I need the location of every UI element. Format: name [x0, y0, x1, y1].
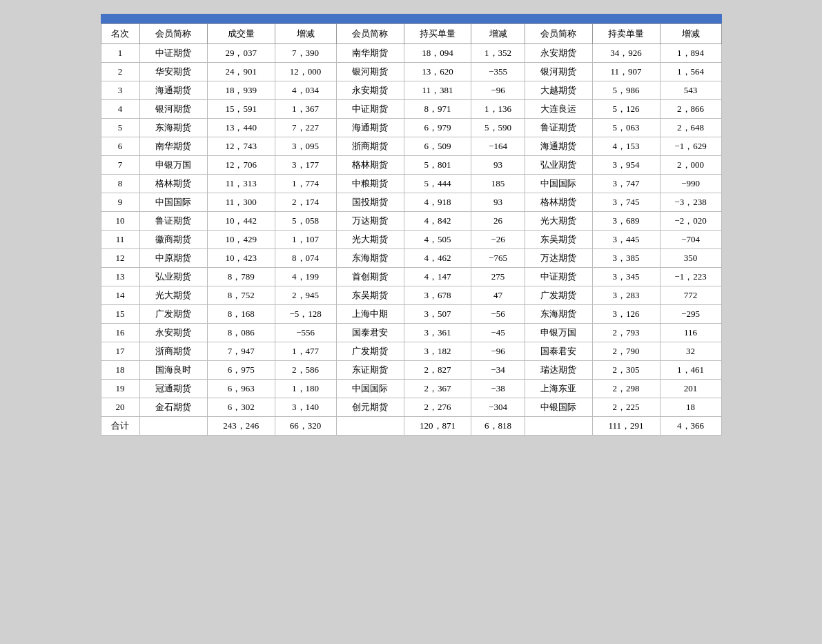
- table-cell: 10: [101, 212, 139, 231]
- table-cell: 东海期货: [139, 119, 207, 137]
- table-cell: 中证期货: [525, 268, 592, 286]
- table-cell: 8，168: [207, 305, 275, 324]
- table-row: 9中国国际11，3002，174国投期货4，91893格林期货3，745−3，2…: [101, 193, 721, 212]
- table-row: 6南华期货12，7433，095浙商期货6，509−164海通期货4，153−1…: [101, 137, 721, 156]
- table-cell: 华安期货: [139, 63, 207, 81]
- table-cell: 11，300: [207, 193, 275, 212]
- table-cell: 3，747: [592, 175, 660, 193]
- table-cell: 2，945: [275, 286, 336, 305]
- table-cell: 中国国际: [525, 175, 592, 193]
- table-cell: −38: [471, 380, 525, 398]
- table-cell: 4，147: [404, 268, 471, 286]
- table-cell: 鲁证期货: [525, 119, 592, 137]
- table-cell: 3，361: [404, 324, 471, 342]
- table-cell: 12: [101, 249, 139, 268]
- table-cell: 12，706: [207, 156, 275, 175]
- summary-cell: 243，246: [207, 417, 275, 436]
- table-cell: 永安期货: [525, 44, 592, 63]
- table-cell: 3，507: [404, 305, 471, 324]
- table-cell: −704: [660, 231, 721, 249]
- table-cell: 11，907: [592, 63, 660, 81]
- table-cell: 5，063: [592, 119, 660, 137]
- table-cell: 4，199: [275, 268, 336, 286]
- table-cell: 4，153: [592, 137, 660, 156]
- table-cell: 冠通期货: [139, 380, 207, 398]
- table-row: 19冠通期货6，9631，180中国国际2，367−38上海东亚2，298201: [101, 380, 721, 398]
- table-cell: 6，963: [207, 380, 275, 398]
- table-cell: 3，385: [592, 249, 660, 268]
- table-cell: 15: [101, 305, 139, 324]
- table-cell: 国海良时: [139, 361, 207, 380]
- table-cell: 11，381: [404, 81, 471, 100]
- table-cell: 3，095: [275, 137, 336, 156]
- summary-cell: [336, 417, 404, 436]
- table-cell: 1，180: [275, 380, 336, 398]
- table-cell: 2，367: [404, 380, 471, 398]
- table-cell: 海通期货: [525, 137, 592, 156]
- table-row: 4银河期货15，5911，367中证期货8，9711，136大连良运5，1262…: [101, 100, 721, 119]
- table-cell: 4，918: [404, 193, 471, 212]
- table-cell: 1，774: [275, 175, 336, 193]
- table-cell: 10，429: [207, 231, 275, 249]
- table-cell: 东证期货: [336, 361, 404, 380]
- table-cell: 5，590: [471, 119, 525, 137]
- table-row: 2华安期货24，90112，000银河期货13，620−355银河期货11，90…: [101, 63, 721, 81]
- table-row: 20金石期货6，3023，140创元期货2，276−304中银国际2，22518: [101, 398, 721, 417]
- table-cell: 中国国际: [336, 380, 404, 398]
- table-cell: 5，801: [404, 156, 471, 175]
- table-cell: 543: [660, 81, 721, 100]
- table-cell: 中证期货: [139, 44, 207, 63]
- table-cell: 格林期货: [139, 175, 207, 193]
- table-cell: −1，223: [660, 268, 721, 286]
- table-cell: 772: [660, 286, 721, 305]
- table-cell: 银河期货: [336, 63, 404, 81]
- table-cell: 上海东亚: [525, 380, 592, 398]
- table-cell: −765: [471, 249, 525, 268]
- summary-cell: 6，818: [471, 417, 525, 436]
- column-header: 名次: [101, 24, 139, 44]
- table-cell: 3，678: [404, 286, 471, 305]
- table-cell: 海通期货: [139, 81, 207, 100]
- table-cell: 5: [101, 119, 139, 137]
- table-cell: 7，227: [275, 119, 336, 137]
- table-cell: 2，174: [275, 193, 336, 212]
- column-header: 持卖单量: [592, 24, 660, 44]
- column-header: 增减: [275, 24, 336, 44]
- table-cell: 4，505: [404, 231, 471, 249]
- table-cell: 东吴期货: [525, 231, 592, 249]
- column-header: 成交量: [207, 24, 275, 44]
- table-cell: 24，901: [207, 63, 275, 81]
- table-cell: 6，979: [404, 119, 471, 137]
- table-cell: −2，020: [660, 212, 721, 231]
- table-cell: 32: [660, 342, 721, 361]
- table-cell: −34: [471, 361, 525, 380]
- table-cell: 11: [101, 231, 139, 249]
- table-cell: 15，591: [207, 100, 275, 119]
- table-cell: 10，442: [207, 212, 275, 231]
- summary-cell: 4，366: [660, 417, 721, 436]
- table-cell: 5，444: [404, 175, 471, 193]
- table-cell: 浙商期货: [139, 342, 207, 361]
- table-cell: 350: [660, 249, 721, 268]
- table-row: 7申银万国12，7063，177格林期货5，80193弘业期货3，9542，00…: [101, 156, 721, 175]
- table-cell: 6，302: [207, 398, 275, 417]
- table-cell: 2，000: [660, 156, 721, 175]
- header-row: 名次会员简称成交量增减会员简称持买单量增减会员简称持卖单量增减: [101, 24, 721, 44]
- table-cell: 16: [101, 324, 139, 342]
- table-cell: 1，352: [471, 44, 525, 63]
- table-cell: 5，986: [592, 81, 660, 100]
- table-cell: −96: [471, 342, 525, 361]
- table-cell: −5，128: [275, 305, 336, 324]
- table-cell: 1，894: [660, 44, 721, 63]
- table-cell: −1，629: [660, 137, 721, 156]
- table-cell: 275: [471, 268, 525, 286]
- table-cell: 2，648: [660, 119, 721, 137]
- table-row: 1中证期货29，0377，390南华期货18，0941，352永安期货34，92…: [101, 44, 721, 63]
- table-cell: 银河期货: [525, 63, 592, 81]
- column-header: 会员简称: [139, 24, 207, 44]
- table-cell: 7，947: [207, 342, 275, 361]
- column-header: 会员简称: [336, 24, 404, 44]
- table-cell: 185: [471, 175, 525, 193]
- table-row: 5东海期货13，4407，227海通期货6，9795，590鲁证期货5，0632…: [101, 119, 721, 137]
- table-cell: 南华期货: [139, 137, 207, 156]
